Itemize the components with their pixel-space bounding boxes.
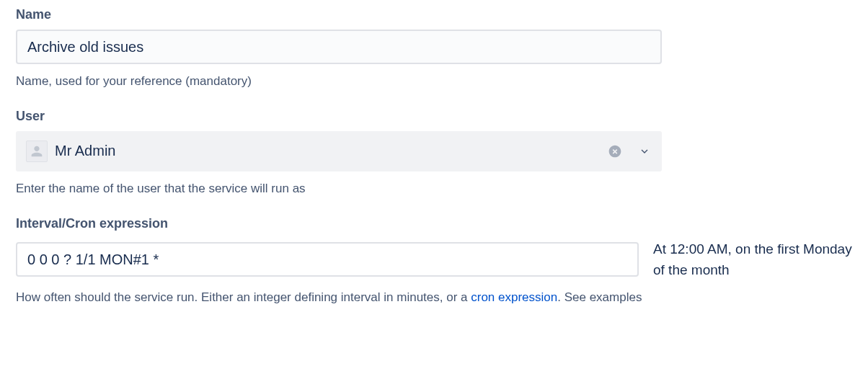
name-help-text: Name, used for your reference (mandatory… — [16, 73, 852, 90]
cron-description: At 12:00 AM, on the first Monday of the … — [653, 238, 852, 281]
name-label: Name — [16, 7, 852, 22]
person-icon — [29, 143, 45, 159]
cron-help-suffix: . See examples — [557, 290, 642, 304]
cron-field-group: Interval/Cron expression At 12:00 AM, on… — [16, 216, 852, 307]
clear-icon[interactable] — [607, 143, 623, 159]
user-help-text: Enter the name of the user that the serv… — [16, 180, 852, 197]
cron-help-prefix: How often should the service run. Either… — [16, 290, 471, 304]
name-input[interactable] — [16, 30, 662, 64]
user-select[interactable]: Mr Admin — [16, 131, 662, 171]
name-field-group: Name Name, used for your reference (mand… — [16, 7, 852, 90]
cron-label: Interval/Cron expression — [16, 216, 852, 231]
user-field-group: User Mr Admin Enter the name of the user… — [16, 109, 852, 197]
cron-input[interactable] — [16, 242, 639, 277]
chevron-down-icon[interactable] — [637, 144, 652, 159]
user-label: User — [16, 109, 852, 124]
cron-expression-link[interactable]: cron expression — [471, 290, 557, 304]
user-name: Mr Admin — [55, 143, 607, 159]
avatar — [26, 141, 48, 162]
cron-row: At 12:00 AM, on the first Monday of the … — [16, 238, 852, 281]
cron-help-text: How often should the service run. Either… — [16, 289, 852, 306]
